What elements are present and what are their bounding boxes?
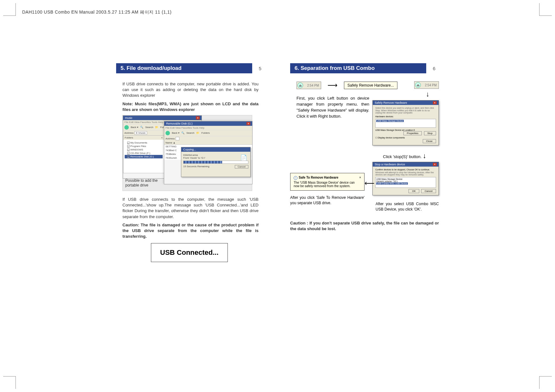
folder-item: Program Files: [130, 145, 146, 148]
address-bar: Address: [164, 136, 252, 141]
folder-item: My Documents: [130, 141, 147, 144]
device-item-selected: USB Combo MSC USB Device: [376, 182, 408, 185]
file-item: SETTING: [165, 145, 177, 148]
systray-badge: ⏏ 2:54 PM: [296, 82, 321, 89]
s5-caution: Caution: The file is damaged or the caus…: [122, 222, 259, 240]
hw-label: Hardware devices:: [375, 115, 436, 118]
tray-time: 2:54 PM: [425, 83, 437, 87]
menu-bar: File Edit View Favorites Tools Help: [164, 126, 252, 130]
search-label: Search: [186, 132, 194, 134]
search-label: Search: [145, 126, 153, 129]
close-icon: ×: [359, 176, 361, 179]
page-number-5: 5: [255, 66, 265, 71]
crop-mark: [3, 3, 16, 16]
address-label: Address: [124, 132, 134, 134]
back-icon: [165, 131, 170, 135]
time-remaining: 15 Seconds Remaining: [183, 165, 209, 168]
column-section-5: 5. File download/upload 5 If USB drive c…: [116, 63, 265, 262]
display-components-checkbox: Display device components: [378, 137, 405, 139]
folders-label: Folders: [201, 132, 210, 134]
close-icon: ×: [196, 116, 200, 119]
click-stop-label: Click 'stop(S)' button. ↓: [383, 152, 426, 159]
prepress-header: DAH1100 USB Combo EN Manual 2003.5.27 11…: [22, 9, 171, 15]
device-list: USB Mass Storage Device Generic volume -…: [375, 177, 436, 188]
windows-explorer-figure: music × File Edit View Favorites Tools H…: [122, 115, 252, 191]
dialog-desc: Confirm devices to be stopped, Choose OK…: [375, 168, 436, 171]
device-item: USB Mass Storage Device: [376, 120, 404, 122]
safely-remove-tooltip: Safely Remove Hardware...: [344, 82, 397, 89]
tray-time: 2:54 PM: [307, 84, 319, 87]
file-item: 753Belev: [165, 153, 176, 156]
cancel-button: Cancel: [421, 189, 436, 193]
copy-progress-dialog: Copying... 📄 03Artist.wma From 'music' t…: [181, 147, 251, 177]
folders-pane-header: Folders: [125, 136, 133, 139]
copying-from-to: From 'music' to 'G:\': [183, 156, 248, 159]
s6-caution: Caution : If you don't separate USB driv…: [290, 220, 439, 232]
stop-button: Stop: [424, 131, 436, 135]
crop-mark: [3, 376, 16, 389]
device-location: USB Mass Storage Device at Location 0: [375, 129, 436, 131]
crop-mark: [539, 3, 552, 16]
arrow-down-icon: ↓: [423, 152, 426, 160]
file-item: 743Bad C: [165, 149, 177, 152]
device-item: Generic volume - (G:): [376, 180, 435, 182]
figure-annotation: Possible to add the portable drive: [125, 178, 163, 187]
window-title: music: [125, 116, 133, 119]
close-button: Close: [423, 139, 436, 143]
arrow-right-icon: ⟶: [327, 81, 338, 89]
s6-after-select: After you select USB Combo MSC USB Devic…: [376, 201, 439, 212]
copying-filename: 03Artist.wma: [183, 154, 248, 156]
safely-remove-hardware-dialog: Safely Remove Hardware× Select the devic…: [372, 100, 439, 145]
info-icon: i: [294, 176, 297, 180]
page-number-6: 6: [429, 66, 439, 71]
copy-animation-icon: 📄: [240, 154, 247, 161]
close-icon: ×: [433, 101, 437, 104]
dialog-title: Safely Remove Hardware: [375, 101, 407, 104]
section-6-title: 6. Separation from USB Combo: [290, 63, 426, 73]
balloon-title: Safe To Remove Hardware: [299, 176, 338, 179]
folder-item: CD-RW Drive (F:): [130, 152, 150, 155]
ok-button: OK: [408, 189, 419, 193]
file-item: 763Sunsh: [165, 156, 177, 159]
address-label: Address: [165, 137, 175, 140]
s5-note: Note: Music files(MP3, WMA) are just sho…: [122, 101, 259, 113]
dialog-title: Copying...: [181, 147, 250, 152]
dialog-desc: Select the device you want to unplug or …: [375, 107, 436, 114]
safe-to-remove-balloon: iSafe To Remove Hardware× The 'USB Mass …: [290, 173, 365, 191]
click-stop-text: Click 'stop(S)' button.: [383, 154, 421, 159]
device-list: USB Mass Storage Device: [375, 119, 436, 128]
crop-mark: [539, 376, 552, 389]
safely-remove-icon: ⏏: [297, 83, 303, 88]
close-icon: ×: [246, 122, 250, 125]
folders-tree: Folders × +My Documents +Program Files +…: [123, 135, 164, 173]
cancel-button: Cancel: [235, 165, 248, 168]
dialog-title: Stop a Hardware device: [375, 163, 405, 166]
close-icon: ×: [161, 136, 163, 139]
close-icon: ×: [433, 163, 437, 166]
s6-step1-text: First, you click Left button on device m…: [296, 95, 369, 119]
folder-item-selected: Removable Disk (G:): [130, 155, 154, 158]
back-icon: [124, 125, 129, 130]
s5-paragraph-2: If USB drive connects to the computer, t…: [122, 197, 259, 220]
folder-item: WINDOWS: [130, 148, 143, 151]
safely-remove-icon: ⏏: [415, 82, 421, 88]
properties-button: Properties: [403, 131, 422, 135]
device-item: USB Mass Storage Device: [376, 178, 435, 180]
window-title: Removable Disk (G:): [166, 122, 193, 125]
column-header: Name ▲: [165, 141, 175, 144]
s5-paragraph-1: If USB drive connects to the computer, n…: [122, 81, 259, 99]
arrow-down-icon: ↓: [426, 91, 429, 98]
systray-badge: ⏏ 2:54 PM: [414, 81, 439, 89]
back-label: Back ▾: [172, 132, 179, 134]
progress-bar: [183, 161, 248, 164]
address-value: [176, 137, 179, 140]
usb-connected-lcd: USB Connected...: [151, 243, 228, 262]
section-5-title: 5. File download/upload: [116, 63, 252, 73]
dialog-desc2: Windows will attempt to stop the followi…: [375, 171, 436, 176]
address-value: E:\music: [134, 131, 147, 135]
s6-after-balloon: After you click 'Safe To Remove Hardware…: [290, 195, 365, 206]
arrow-left-icon: ⟵: [365, 179, 375, 187]
balloon-body: The 'USB Mass Storage Device' device can…: [294, 181, 361, 188]
column-section-6: 6. Separation from USB Combo 6 ⏏ 2:54 PM…: [290, 63, 439, 262]
stop-hardware-dialog: Stop a Hardware device× Confirm devices …: [372, 162, 439, 195]
